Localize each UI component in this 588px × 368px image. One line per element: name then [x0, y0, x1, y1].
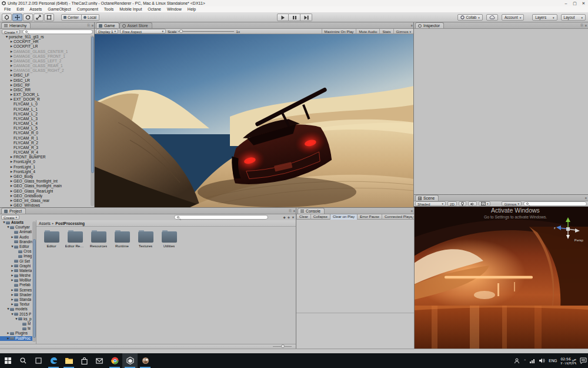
project-tree-item[interactable]: Prefab [0, 283, 36, 287]
hierarchy-item[interactable]: FLYCAM_L_2 [0, 112, 95, 117]
project-tree-item[interactable]: ▶ PostProc [0, 336, 36, 341]
game-gizmos-dropdown[interactable]: Gizmos▾ [393, 29, 414, 34]
lock-icon[interactable]: ⎘ [87, 24, 89, 27]
effects-dropdown[interactable]: ▾ [479, 201, 491, 206]
hierarchy-item[interactable]: ▶ FRONT_BUMPER [0, 155, 95, 160]
hierarchy-item[interactable]: ▶ DISC_LF [0, 73, 95, 78]
rect-tool-button[interactable] [44, 14, 54, 21]
menu-item[interactable]: Help [185, 6, 199, 12]
people-icon[interactable] [514, 358, 520, 364]
project-search-input[interactable] [174, 215, 268, 220]
expand-arrow-icon[interactable]: ▶ [9, 83, 14, 88]
project-folder[interactable]: Editor [42, 231, 61, 248]
aspect-dropdown[interactable]: Free Aspect▾ [120, 29, 166, 34]
lock-icon[interactable]: ⎘ [289, 209, 291, 213]
step-button[interactable] [300, 14, 312, 21]
hierarchy-item[interactable]: ▶ DAMAGE_GLASS_LEFT_2 [0, 59, 95, 64]
hierarchy-item[interactable]: ▶ GEO_int_Glass_rear [0, 198, 95, 203]
hierarchy-item[interactable]: ▶ EXT_DOOR_L [0, 92, 95, 97]
persp-label[interactable]: Persp [574, 238, 583, 242]
hierarchy-item[interactable]: ▶ GEO_Glass_frontlight_int [0, 179, 95, 184]
unity-taskbar-icon[interactable] [122, 353, 138, 368]
project-tree-item[interactable]: ▼ Courtyar [0, 225, 36, 230]
expand-arrow-icon[interactable]: ▶ [9, 189, 14, 194]
mute-audio-button[interactable]: Mute Audio [356, 29, 379, 34]
close-button[interactable]: ✕ [579, 0, 588, 6]
scale-slider-knob[interactable] [179, 29, 183, 33]
tab-hierarchy[interactable]: Hierarchy [1, 22, 31, 28]
project-tree-item[interactable]: te [0, 326, 36, 331]
project-tree-item[interactable]: ▶ MoBlur [0, 278, 36, 283]
display-dropdown[interactable]: Display 1▾ [96, 29, 118, 34]
gimp-icon[interactable] [138, 353, 153, 368]
mail-icon[interactable] [92, 353, 107, 368]
project-tree-item[interactable]: ▶ Textur [0, 302, 36, 307]
move-tool-button[interactable] [12, 14, 22, 21]
project-tree-item[interactable]: ▼ 2015 P [0, 312, 36, 317]
scrollbar-thumb[interactable] [33, 239, 36, 338]
hierarchy-item[interactable]: ▶ FrontLight_4 [0, 170, 95, 174]
expand-arrow-icon[interactable]: ▶ [9, 174, 14, 179]
project-create-button[interactable]: Create▾ [1, 215, 19, 220]
rotate-tool-button[interactable] [23, 14, 33, 21]
menu-item[interactable]: File [1, 6, 14, 12]
project-folder[interactable]: Textures [136, 231, 155, 248]
tab-console[interactable]: Console [298, 208, 325, 214]
store-icon[interactable] [76, 353, 92, 368]
breadcrumb-root[interactable]: Assets [39, 221, 51, 226]
menu-item[interactable]: Mobile Input [116, 6, 145, 12]
project-tree-item[interactable]: ▼ Assets [0, 220, 36, 225]
project-tree-item[interactable]: ▶ Scenes [0, 288, 36, 293]
play-button[interactable] [277, 14, 289, 21]
project-folder[interactable]: Runtime [113, 231, 131, 248]
project-folder[interactable]: Utilities [160, 231, 178, 248]
2d-toggle[interactable]: 2D [447, 201, 457, 206]
menu-item[interactable]: Component [74, 6, 101, 12]
panel-menu-icon[interactable]: ≡ [293, 209, 295, 213]
panel-menu-icon[interactable]: ≡ [585, 196, 587, 200]
hierarchy-item[interactable]: ▼ porsche_911_gt3_rs [0, 35, 95, 39]
hand-tool-button[interactable] [2, 14, 12, 21]
project-tree-item[interactable]: ▶ Plugins [0, 331, 36, 336]
hierarchy-item[interactable]: FLYCAM_L_1 [0, 107, 95, 112]
project-tree-item[interactable]: ▶ Graphi [0, 264, 36, 268]
expand-arrow-icon[interactable]: ▼ [5, 35, 9, 39]
pivot-center-button[interactable]: Center [61, 14, 82, 21]
expand-arrow-icon[interactable]: ▶ [9, 194, 14, 198]
language-indicator[interactable]: ENG [549, 359, 557, 363]
account-button[interactable]: Account▾ [502, 14, 524, 21]
hierarchy-item[interactable]: ▶ GEO_Glass_frontlight_main [0, 184, 95, 188]
expand-arrow-icon[interactable]: ▶ [9, 198, 14, 203]
expand-arrow-icon[interactable]: ▶ [9, 97, 14, 102]
project-tree-item[interactable]: GI Set [0, 259, 36, 264]
hierarchy-scrollbar[interactable] [91, 35, 94, 206]
hierarchy-item[interactable]: ▶ DAMAGE_GLASS_RIGHT_2 [0, 68, 95, 73]
clock[interactable]: 02:56 ص ٢٠١٧/٣/٢٩ [560, 357, 576, 365]
cloud-button[interactable] [486, 14, 498, 21]
hierarchy-item[interactable]: ▶ GEO_GridsBody [0, 194, 95, 198]
minimize-button[interactable]: – [562, 0, 570, 6]
project-tree-item[interactable]: M [0, 321, 36, 326]
lock-icon[interactable]: ⎘ [580, 24, 583, 27]
edge-icon[interactable] [46, 353, 61, 368]
expand-arrow-icon[interactable]: ▶ [9, 59, 14, 64]
info-filter-icon[interactable]: ◒ [412, 216, 413, 219]
expand-arrow-icon[interactable]: ▶ [9, 203, 14, 208]
hierarchy-item[interactable]: FLYCAM_L_4 [0, 121, 95, 126]
hierarchy-item[interactable]: ▶ DAMAGE_GLASS_CENTER_1 [0, 49, 95, 54]
expand-arrow-icon[interactable]: ▶ [9, 160, 14, 164]
tab-project[interactable]: Project [1, 208, 26, 214]
expand-arrow-icon[interactable]: ▶ [9, 44, 14, 49]
hierarchy-item[interactable]: FLYCAM_R_2 [0, 141, 95, 145]
expand-arrow-icon[interactable]: ▶ [9, 64, 14, 68]
volume-icon[interactable] [539, 358, 545, 363]
hierarchy-item[interactable]: FLYCAM_L_0 [0, 102, 95, 107]
scene-search-input[interactable] [523, 201, 587, 206]
project-folder[interactable]: Resources [89, 231, 108, 248]
project-tree-item[interactable]: ▶ Audio [0, 235, 36, 240]
taskbar-search-button[interactable] [15, 353, 31, 368]
console-splitter[interactable] [296, 313, 414, 313]
hierarchy-search-input[interactable] [22, 29, 93, 34]
scale-slider[interactable] [178, 31, 234, 32]
expand-arrow-icon[interactable]: ▶ [9, 39, 14, 44]
